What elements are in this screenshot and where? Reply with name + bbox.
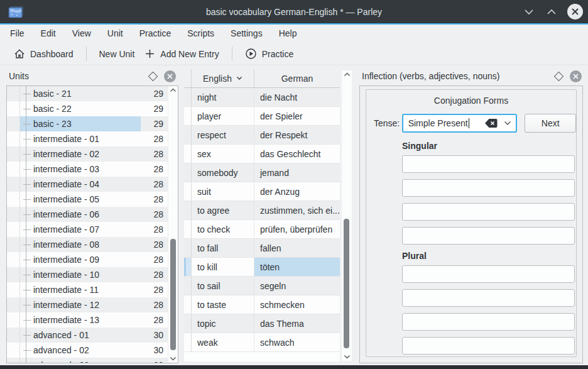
- menu-item[interactable]: File: [2, 25, 33, 43]
- vocab-scrollbar[interactable]: [342, 70, 352, 361]
- unit-row[interactable]: advanced - 02 30: [7, 343, 168, 358]
- column-header-german[interactable]: German: [254, 69, 340, 87]
- english-cell[interactable]: somebody: [192, 163, 254, 182]
- english-cell[interactable]: to agree: [192, 201, 254, 219]
- vocab-row[interactable]: to taste schmecken: [184, 295, 340, 314]
- clear-text-icon[interactable]: [484, 118, 498, 128]
- german-cell[interactable]: das Thema: [254, 314, 340, 333]
- add-new-entry-button[interactable]: Add New Entry: [139, 46, 224, 62]
- conjugation-field-singular[interactable]: [402, 203, 575, 221]
- menu-item[interactable]: Help: [271, 25, 305, 43]
- conjugation-field-plural[interactable]: [402, 313, 575, 331]
- unit-row[interactable]: basic - 22 29: [7, 101, 168, 116]
- english-cell[interactable]: to sail: [192, 277, 254, 295]
- column-header-english[interactable]: English: [192, 69, 254, 87]
- english-cell[interactable]: night: [192, 88, 254, 106]
- menu-item[interactable]: Practice: [131, 25, 180, 43]
- vocab-row[interactable]: sex das Geschlecht: [184, 145, 340, 163]
- chevron-down-icon[interactable]: [168, 356, 178, 361]
- scrollbar-thumb[interactable]: [170, 239, 176, 350]
- unit-row[interactable]: intermediate - 07 28: [7, 222, 168, 237]
- english-cell[interactable]: to kill: [192, 258, 254, 276]
- unit-row[interactable]: intermediate - 06 28: [7, 207, 168, 222]
- unit-row[interactable]: intermediate - 13 28: [7, 312, 168, 328]
- german-cell[interactable]: die Nacht: [254, 88, 340, 106]
- vocab-row[interactable]: suit der Anzug: [184, 182, 340, 201]
- vocab-row[interactable]: night die Nacht: [184, 88, 340, 107]
- practice-button[interactable]: Practice: [240, 45, 299, 62]
- menu-item[interactable]: Unit: [99, 25, 131, 43]
- unit-row[interactable]: intermediate - 03 28: [7, 162, 168, 177]
- vocab-row[interactable]: somebody jemand: [184, 163, 340, 182]
- unit-row[interactable]: intermediate - 01 28: [7, 131, 168, 146]
- chevron-down-icon[interactable]: [342, 355, 352, 359]
- german-cell[interactable]: der Spieler: [254, 107, 340, 125]
- unit-row[interactable]: intermediate - 12 28: [7, 297, 168, 312]
- german-cell[interactable]: jemand: [254, 163, 340, 182]
- unit-row[interactable]: advanced - 01 30: [7, 328, 168, 343]
- vocab-row[interactable]: to agree zustimmen, sich ei...: [184, 201, 340, 220]
- english-cell[interactable]: respect: [192, 126, 254, 144]
- close-panel-icon[interactable]: [570, 70, 582, 82]
- german-cell[interactable]: fallen: [254, 239, 340, 257]
- vocab-row[interactable]: to fall fallen: [184, 239, 340, 258]
- unit-row[interactable]: advanced - 03 30: [7, 358, 168, 363]
- next-button[interactable]: Next: [525, 114, 576, 133]
- german-cell[interactable]: zustimmen, sich ei...: [254, 201, 340, 219]
- close-panel-icon[interactable]: [164, 70, 176, 82]
- unit-row[interactable]: intermediate - 08 28: [7, 237, 168, 252]
- german-cell[interactable]: der Anzug: [254, 182, 340, 201]
- chevron-down-icon[interactable]: [504, 121, 511, 126]
- english-cell[interactable]: to taste: [192, 295, 254, 314]
- vocab-row[interactable]: to sail segeln: [184, 277, 340, 295]
- german-cell[interactable]: segeln: [254, 277, 340, 295]
- german-cell[interactable]: der Respekt: [254, 126, 340, 144]
- english-cell[interactable]: sex: [192, 145, 254, 163]
- unit-row[interactable]: intermediate - 11 28: [7, 282, 168, 297]
- menu-item[interactable]: Settings: [222, 25, 271, 43]
- new-unit-button[interactable]: New Unit: [94, 47, 140, 62]
- vocab-row[interactable]: weak schwach: [184, 333, 340, 352]
- scrollbar-thumb[interactable]: [344, 219, 349, 348]
- maximize-chevron-up-icon[interactable]: [545, 5, 558, 19]
- german-cell[interactable]: töten: [254, 258, 340, 276]
- menu-item[interactable]: View: [64, 25, 99, 43]
- english-cell[interactable]: to check: [192, 220, 254, 238]
- float-panel-icon[interactable]: [148, 71, 158, 81]
- english-cell[interactable]: suit: [192, 182, 254, 201]
- english-cell[interactable]: player: [192, 107, 254, 125]
- vocab-row[interactable]: to kill töten: [184, 258, 340, 277]
- english-cell[interactable]: weak: [192, 333, 254, 351]
- units-scrollbar[interactable]: [168, 86, 178, 363]
- english-cell[interactable]: topic: [192, 314, 254, 333]
- tense-combobox[interactable]: Simple Present: [402, 114, 518, 133]
- vocab-row[interactable]: topic das Thema: [184, 314, 340, 333]
- vocab-row[interactable]: respect der Respekt: [184, 126, 340, 145]
- menu-item[interactable]: Edit: [33, 25, 64, 43]
- dashboard-button[interactable]: Dashboard: [9, 46, 79, 62]
- unit-row[interactable]: intermediate - 10 28: [7, 267, 168, 282]
- unit-row[interactable]: basic - 23 29: [7, 116, 168, 131]
- german-cell[interactable]: schwach: [254, 333, 340, 351]
- german-cell[interactable]: prüfen, überprüfen: [254, 220, 340, 238]
- menu-item[interactable]: Scripts: [179, 25, 222, 43]
- close-icon[interactable]: [567, 4, 583, 19]
- conjugation-field-singular[interactable]: [402, 155, 575, 173]
- unit-row[interactable]: intermediate - 05 28: [7, 192, 168, 207]
- conjugation-field-singular[interactable]: [402, 179, 575, 197]
- vocab-row[interactable]: player der Spieler: [184, 107, 340, 126]
- chevron-up-icon[interactable]: [342, 72, 352, 77]
- english-cell[interactable]: to fall: [192, 239, 254, 257]
- chevron-up-icon[interactable]: [168, 88, 178, 92]
- conjugation-field-plural[interactable]: [402, 289, 575, 307]
- unit-row[interactable]: intermediate - 09 28: [7, 252, 168, 267]
- unit-row[interactable]: basic - 21 29: [7, 86, 168, 101]
- unit-row[interactable]: intermediate - 04 28: [7, 177, 168, 192]
- float-panel-icon[interactable]: [554, 71, 564, 81]
- german-cell[interactable]: das Geschlecht: [254, 145, 340, 163]
- minimize-chevron-down-icon[interactable]: [522, 5, 536, 19]
- unit-row[interactable]: intermediate - 02 28: [7, 146, 168, 162]
- vocab-row[interactable]: to check prüfen, überprüfen: [184, 220, 340, 239]
- german-cell[interactable]: schmecken: [254, 295, 340, 314]
- conjugation-field-plural[interactable]: [402, 337, 575, 355]
